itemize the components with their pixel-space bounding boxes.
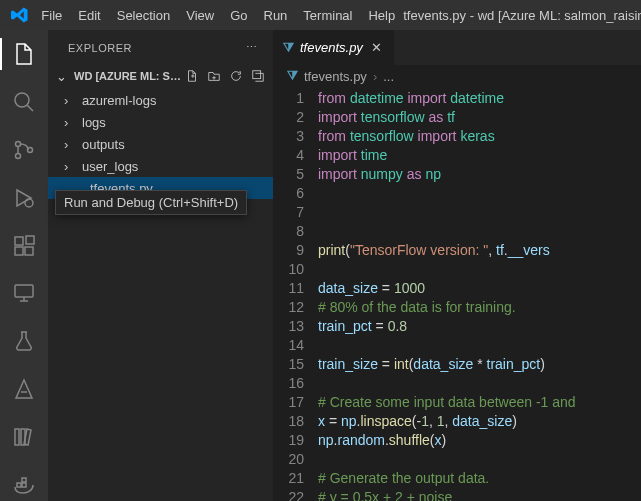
chevron-right-icon: › (64, 137, 76, 152)
menu-file[interactable]: File (33, 0, 70, 30)
svg-point-1 (16, 141, 21, 146)
tab-tfevents[interactable]: ⧩ tfevents.py ✕ (273, 30, 395, 65)
tooltip: Run and Debug (Ctrl+Shift+D) (55, 190, 247, 215)
sidebar-title: EXPLORER (68, 42, 132, 54)
breadcrumb-more: ... (383, 69, 394, 84)
menu-go[interactable]: Go (222, 0, 255, 30)
tree-folder-user-logs[interactable]: ›user_logs (48, 155, 273, 177)
breadcrumb-file: tfevents.py (304, 69, 367, 84)
library-icon[interactable] (0, 421, 48, 453)
file-tree: ›azureml-logs›logs›outputs›user_logs tfe… (48, 87, 273, 199)
new-folder-icon[interactable] (207, 69, 221, 83)
chevron-down-icon: ⌄ (56, 69, 70, 84)
svg-rect-12 (17, 483, 21, 487)
editor: ⧩ tfevents.py ✕ ⧩ tfevents.py › ... 1234… (273, 30, 641, 501)
menubar: FileEditSelectionViewGoRunTerminalHelp t… (0, 0, 641, 30)
workspace-section[interactable]: ⌄ WD [AZURE ML: SA... (48, 65, 273, 87)
svg-rect-13 (22, 483, 26, 487)
tree-folder-logs[interactable]: ›logs (48, 111, 273, 133)
tab-label: tfevents.py (300, 40, 363, 55)
workspace-actions (185, 69, 265, 83)
svg-rect-7 (25, 247, 33, 255)
explorer-icon[interactable] (0, 38, 48, 70)
tree-label: logs (82, 115, 106, 130)
window-title: tfevents.py - wd [Azure ML: salmon_raisi… (403, 8, 641, 23)
activity-bar (0, 30, 48, 501)
breadcrumb[interactable]: ⧩ tfevents.py › ... (273, 65, 641, 87)
tree-label: outputs (82, 137, 125, 152)
sidebar-header: EXPLORER ⋯ (48, 30, 273, 65)
tree-folder-outputs[interactable]: ›outputs (48, 133, 273, 155)
svg-rect-5 (15, 237, 23, 245)
svg-rect-6 (15, 247, 23, 255)
svg-rect-8 (26, 236, 34, 244)
python-file-icon: ⧩ (287, 68, 298, 84)
search-icon[interactable] (0, 86, 48, 118)
run-debug-icon[interactable] (0, 182, 48, 214)
tree-label: user_logs (82, 159, 138, 174)
svg-rect-14 (22, 478, 26, 482)
tree-folder-azureml-logs[interactable]: ›azureml-logs (48, 89, 273, 111)
azure-icon[interactable] (0, 373, 48, 405)
menu-view[interactable]: View (178, 0, 222, 30)
code-area[interactable]: 12345678910111213141516171819202122 from… (273, 87, 641, 501)
svg-point-2 (16, 153, 21, 158)
sidebar: EXPLORER ⋯ ⌄ WD [AZURE ML: SA... ›azurem… (48, 30, 273, 501)
new-file-icon[interactable] (185, 69, 199, 83)
vscode-logo-icon (8, 0, 31, 30)
svg-rect-15 (253, 71, 261, 79)
more-actions-icon[interactable]: ⋯ (242, 37, 262, 58)
extensions-icon[interactable] (0, 230, 48, 262)
testing-icon[interactable] (0, 325, 48, 357)
remote-explorer-icon[interactable] (0, 278, 48, 310)
chevron-right-icon: › (64, 115, 76, 130)
svg-point-0 (15, 93, 29, 107)
source-control-icon[interactable] (0, 134, 48, 166)
tree-label: azureml-logs (82, 93, 156, 108)
collapse-icon[interactable] (251, 69, 265, 83)
svg-point-4 (25, 199, 33, 207)
chevron-right-icon: › (64, 93, 76, 108)
close-icon[interactable]: ✕ (369, 38, 384, 57)
editor-tabs: ⧩ tfevents.py ✕ (273, 30, 641, 65)
svg-rect-10 (15, 429, 19, 445)
python-file-icon: ⧩ (283, 40, 294, 56)
chevron-right-icon: › (373, 69, 377, 84)
code-lines[interactable]: from datetime import datetimeimport tens… (318, 87, 641, 501)
chevron-right-icon: › (64, 159, 76, 174)
menu-run[interactable]: Run (256, 0, 296, 30)
docker-icon[interactable] (0, 469, 48, 501)
menu-help[interactable]: Help (360, 0, 403, 30)
workspace-label: WD [AZURE ML: SA... (74, 70, 181, 82)
line-numbers: 12345678910111213141516171819202122 (273, 87, 318, 501)
svg-rect-9 (15, 285, 33, 297)
menu-selection[interactable]: Selection (109, 0, 178, 30)
menu-terminal[interactable]: Terminal (295, 0, 360, 30)
menu-edit[interactable]: Edit (70, 0, 108, 30)
refresh-icon[interactable] (229, 69, 243, 83)
